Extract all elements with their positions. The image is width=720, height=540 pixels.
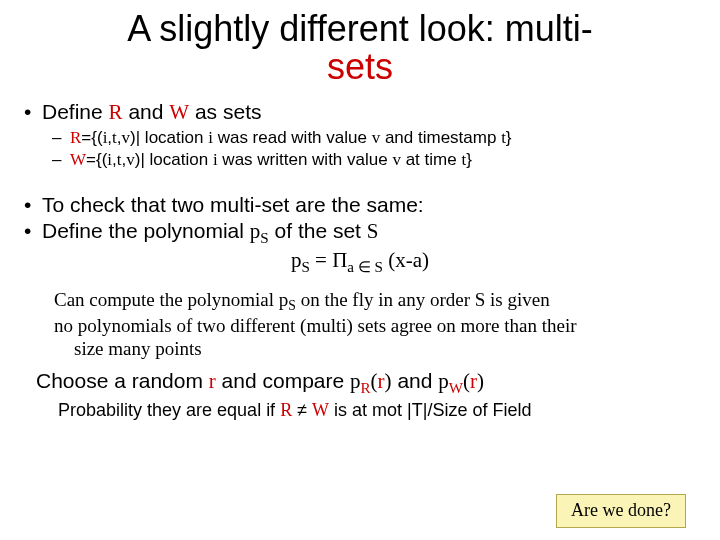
W-symbol: W — [70, 150, 86, 169]
var-v: v — [122, 128, 131, 147]
bullet-list-1: Define R and W as sets R={(i,t,v)| locat… — [20, 100, 700, 171]
txt: ={( — [81, 128, 102, 147]
define-poly-bullet: Define the polynomial pS of the set S — [20, 218, 700, 247]
txt: ={( — [86, 150, 107, 169]
slide: A slightly different look: multi- sets D… — [0, 0, 720, 540]
body-l2: no polynomials of two different (multi) … — [54, 315, 577, 336]
check-bullet: To check that two multi-set are the same… — [20, 192, 700, 218]
probability-line: Probability they are equal if R ≠ W is a… — [20, 398, 700, 421]
title-line1: A slightly different look: multi- — [127, 8, 593, 49]
define-R: R — [109, 100, 123, 124]
sub-S2: S — [301, 258, 309, 274]
choose-mid: and compare — [216, 369, 350, 392]
R-symbol: R — [70, 128, 81, 147]
W-definition: W={(i,t,v)| location i was written with … — [70, 149, 700, 170]
txt: Define the polynomial — [42, 219, 250, 242]
R-definition: R={(i,t,v)| location i was read with val… — [70, 127, 700, 148]
define-sublist: R={(i,t,v)| location i was read with val… — [42, 127, 700, 171]
slide-title: A slightly different look: multi- sets — [20, 10, 700, 86]
define-and: and — [123, 100, 170, 123]
choose-line: Choose a random r and compare pR(r) and … — [20, 360, 700, 397]
prob-post: is at mot |T|/Size of Field — [329, 400, 531, 420]
and-between: and — [392, 369, 439, 392]
txt: at time — [401, 150, 461, 169]
formula: pS = Πa ∈ S (x-a) — [20, 248, 700, 276]
p-W: p — [438, 369, 449, 393]
spacer — [20, 182, 700, 192]
random-r: r — [209, 369, 216, 393]
define-bullet: Define R and W as sets R={(i,t,v)| locat… — [42, 100, 700, 171]
W-neq: W — [312, 400, 329, 420]
prob-pre: Probability they are equal if — [58, 400, 280, 420]
txt: and timestamp — [380, 128, 501, 147]
title-line2: sets — [327, 46, 393, 87]
lp: ( — [371, 369, 378, 393]
product-symbol: Π — [332, 248, 347, 272]
rp: ) — [385, 369, 392, 393]
callout-text: Are we done? — [571, 500, 671, 520]
spacer2 — [20, 275, 700, 285]
R-neq: R — [280, 400, 292, 420]
txt: )| location — [135, 150, 213, 169]
body-l1a: Can compute the polynomial p — [54, 289, 288, 310]
var-v2: v — [392, 150, 401, 169]
rhs: (x-a) — [383, 248, 429, 272]
sub-W: W — [449, 380, 463, 396]
var-v2: v — [372, 128, 381, 147]
body-l3: size many points — [54, 338, 202, 361]
sub-S3: S — [288, 298, 296, 313]
define-suffix: as sets — [189, 100, 261, 123]
p-sym2: p — [291, 248, 302, 272]
sub-S: S — [260, 230, 268, 246]
txt: was read with value — [213, 128, 372, 147]
choose-pre: Choose a random — [36, 369, 209, 392]
body-text: Can compute the polynomial pS on the fly… — [20, 285, 700, 360]
brace: } — [506, 128, 512, 147]
brace: } — [466, 150, 472, 169]
callout-box: Are we done? — [556, 494, 686, 528]
product-sub: a ∈ S — [347, 258, 383, 274]
S-sym: S — [367, 219, 379, 243]
rp2: ) — [477, 369, 484, 393]
txt: )| location — [130, 128, 208, 147]
define-W: W — [169, 100, 189, 124]
define-prefix: Define — [42, 100, 109, 123]
r-arg1: r — [378, 369, 385, 393]
sub-R: R — [361, 380, 371, 396]
p-R: p — [350, 369, 361, 393]
p-sym: p — [250, 219, 261, 243]
body-l1b: on the fly in any order S is given — [296, 289, 550, 310]
txt: was written with value — [218, 150, 393, 169]
eq: = — [310, 248, 332, 272]
txt: of the set — [269, 219, 367, 242]
neq-sym: ≠ — [292, 400, 312, 420]
var-v: v — [126, 150, 135, 169]
